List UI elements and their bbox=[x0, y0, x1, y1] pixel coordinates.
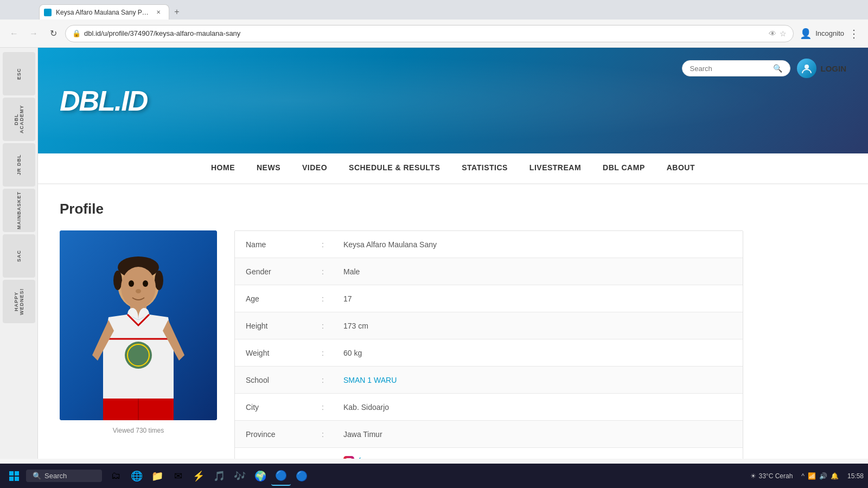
profile-row-age: Age : 17 bbox=[235, 285, 743, 312]
sidebar-tab-sac[interactable]: SAC bbox=[3, 234, 35, 278]
taskbar-app-chrome3[interactable]: 🔵 bbox=[292, 466, 311, 486]
taskbar: 🔍 Search 🗂 🌐 📁 ✉ ⚡ 🎵 🎶 🌍 🔵 🔵 ☀ 33°C Cera… bbox=[0, 464, 868, 488]
profile-row-name: Name : Keysa Alfaro Maulana Sany bbox=[235, 231, 743, 258]
reload-button[interactable]: ↻ bbox=[46, 26, 61, 41]
nav-about[interactable]: ABOUT bbox=[665, 153, 697, 183]
svg-point-6 bbox=[121, 267, 156, 308]
taskbar-app-spotify2[interactable]: 🎶 bbox=[230, 466, 250, 486]
profile-icon[interactable]: 👤 bbox=[798, 26, 813, 41]
weather-icon: ☀ bbox=[750, 472, 756, 480]
sidebar-tab-happy[interactable]: HAPPY WEDNES! bbox=[3, 280, 35, 323]
nav-statistics[interactable]: STATISTICS bbox=[459, 153, 510, 183]
svg-point-12 bbox=[125, 342, 152, 369]
field-separator-gender: : bbox=[322, 267, 335, 276]
site-logo[interactable]: DBL.ID bbox=[60, 85, 147, 117]
tab-title: Keysa Alfaro Maulana Sany Pro... bbox=[56, 9, 150, 16]
nav-video[interactable]: VIDEO bbox=[300, 153, 329, 183]
field-value-height: 173 cm bbox=[335, 315, 743, 337]
profile-row-city: City : Kab. Sidoarjo bbox=[235, 394, 743, 421]
address-bar[interactable]: 🔒 dbl.id/u/profile/374907/keysa-alfaro-m… bbox=[65, 25, 794, 42]
field-separator-city: : bbox=[322, 403, 335, 412]
active-tab[interactable]: Keysa Alfaro Maulana Sany Pro... ✕ bbox=[39, 4, 169, 20]
taskbar-app-chrome1[interactable]: 🌍 bbox=[251, 466, 270, 486]
taskbar-app-spotify1[interactable]: 🎵 bbox=[209, 466, 229, 486]
sidebar-tab-esc[interactable]: ESC bbox=[3, 52, 35, 95]
page-layout: ESC DBL ACADEMY JR DBL MAINBASKET SAC HA… bbox=[0, 48, 868, 459]
speaker-icon[interactable]: 🔊 bbox=[819, 472, 827, 480]
nav-dbl-camp[interactable]: DBL CAMP bbox=[601, 153, 647, 183]
svg-point-4 bbox=[113, 271, 122, 290]
field-value-age: 17 bbox=[335, 288, 743, 310]
svg-point-7 bbox=[129, 280, 134, 287]
sidebar-tab-dbl-academy[interactable]: DBL ACADEMY bbox=[3, 98, 35, 141]
tab-close-icon[interactable]: ✕ bbox=[155, 9, 162, 16]
svg-rect-18 bbox=[9, 477, 14, 481]
nav-home[interactable]: HOME bbox=[209, 153, 237, 183]
field-label-school: School bbox=[235, 369, 322, 391]
weather-text: 33°C Cerah bbox=[758, 472, 793, 480]
tab-favicon bbox=[44, 9, 52, 16]
field-label-city: City bbox=[235, 396, 322, 418]
incognito-label: Incognito bbox=[815, 29, 844, 37]
time-display: 15:58 bbox=[847, 472, 864, 480]
svg-point-0 bbox=[805, 65, 809, 69]
photo-caption: Viewed 730 times bbox=[113, 427, 164, 434]
field-label-province: Province bbox=[235, 423, 322, 445]
nav-news[interactable]: NEWS bbox=[254, 153, 283, 183]
field-separator-weight: : bbox=[322, 349, 335, 357]
field-value-city: Kab. Sidoarjo bbox=[335, 396, 743, 418]
profile-row-gender: Gender : Male bbox=[235, 258, 743, 285]
taskbar-app-apps[interactable]: ⚡ bbox=[189, 466, 208, 486]
header-banner: DBL.ID 🔍 LOGIN bbox=[38, 48, 868, 153]
taskbar-app-folder[interactable]: 📁 bbox=[148, 466, 167, 486]
clock[interactable]: 15:58 bbox=[847, 472, 864, 480]
field-separator-age: : bbox=[322, 294, 335, 303]
star-icon[interactable]: ☆ bbox=[780, 29, 787, 38]
menu-button[interactable]: ⋮ bbox=[846, 26, 861, 41]
search-icon: 🔍 bbox=[773, 64, 782, 73]
forward-button[interactable]: → bbox=[26, 26, 41, 41]
search-box[interactable]: 🔍 bbox=[682, 60, 790, 76]
field-label-weight: Weight bbox=[235, 342, 322, 364]
browser-tab-strip: Keysa Alfaro Maulana Sany Pro... ✕ + bbox=[0, 0, 868, 20]
eye-slash-icon: 👁 bbox=[769, 29, 776, 38]
sidebar-tab-mainbasket[interactable]: MAINBASKET bbox=[3, 189, 35, 232]
field-label-gender: Gender bbox=[235, 261, 322, 282]
sidebar-tab-jr-dbl[interactable]: JR DBL bbox=[3, 143, 35, 187]
page-title: Profile bbox=[60, 201, 743, 217]
school-link[interactable]: SMAN 1 WARU bbox=[335, 369, 743, 391]
instagram-icon bbox=[343, 456, 354, 459]
start-button[interactable] bbox=[4, 466, 24, 486]
sys-tray: ^ 📶 🔊 🔔 bbox=[797, 472, 843, 480]
field-label-age: Age bbox=[235, 288, 322, 310]
field-value-name: Keysa Alfaro Maulana Sany bbox=[335, 234, 743, 255]
profile-row-province: Province : Jawa Timur bbox=[235, 421, 743, 448]
instagram-link[interactable]: faroox_x bbox=[359, 457, 388, 459]
taskbar-app-edge[interactable]: 🌐 bbox=[127, 466, 146, 486]
profile-row-height: Height : 173 cm bbox=[235, 312, 743, 339]
nav-menu: HOME NEWS VIDEO SCHEDULE & RESULTS STATI… bbox=[38, 153, 868, 184]
new-tab-button[interactable]: + bbox=[169, 4, 184, 20]
field-label-name: Name bbox=[235, 234, 322, 255]
taskbar-right: ☀ 33°C Cerah ^ 📶 🔊 🔔 15:58 bbox=[750, 472, 864, 480]
notification-icon[interactable]: 🔔 bbox=[831, 472, 839, 480]
profile-row-school: School : SMAN 1 WARU bbox=[235, 367, 743, 394]
taskbar-search[interactable]: 🔍 Search bbox=[26, 470, 102, 482]
login-button[interactable]: LOGIN bbox=[797, 59, 847, 78]
chevron-icon[interactable]: ^ bbox=[801, 472, 805, 480]
header-right: 🔍 LOGIN bbox=[682, 59, 847, 78]
weather-display: ☀ 33°C Cerah bbox=[750, 472, 793, 480]
search-input[interactable] bbox=[690, 65, 770, 73]
field-value-gender: Male bbox=[335, 261, 743, 282]
nav-schedule[interactable]: SCHEDULE & RESULTS bbox=[347, 153, 442, 183]
taskbar-app-files[interactable]: 🗂 bbox=[106, 466, 126, 486]
taskbar-search-label: Search bbox=[44, 472, 67, 480]
taskbar-app-mail[interactable]: ✉ bbox=[168, 466, 188, 486]
svg-rect-19 bbox=[15, 477, 19, 481]
field-label-height: Height bbox=[235, 315, 322, 337]
url-text: dbl.id/u/profile/374907/keysa-alfaro-mau… bbox=[84, 29, 765, 37]
back-button[interactable]: ← bbox=[7, 26, 22, 41]
network-icon[interactable]: 📶 bbox=[808, 472, 816, 480]
nav-livestream[interactable]: LIVESTREAM bbox=[527, 153, 583, 183]
taskbar-app-chrome2[interactable]: 🔵 bbox=[271, 466, 291, 486]
